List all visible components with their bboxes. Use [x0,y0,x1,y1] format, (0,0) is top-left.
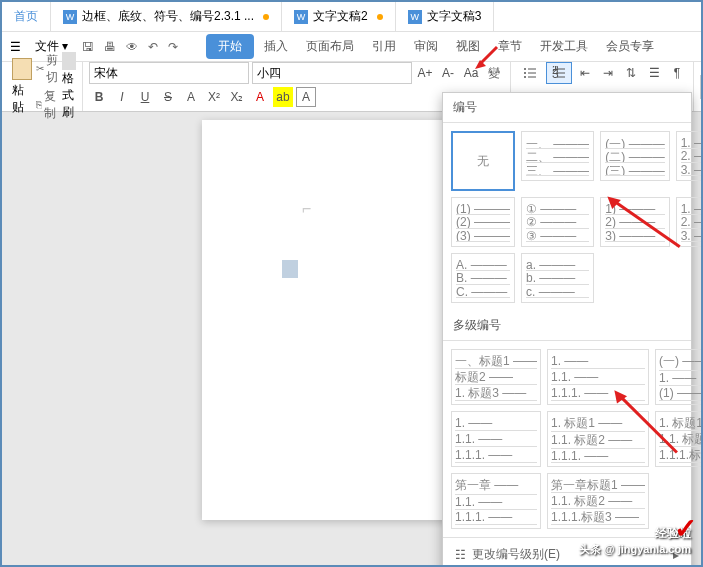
numbering-style-6[interactable]: 1. ———2. ———3. ——— [676,197,703,247]
multilevel-style-1[interactable]: 1. ——1.1. ——1.1.1. —— [547,349,649,405]
text-effect-icon[interactable]: A [181,87,201,107]
numbering-style-1[interactable]: (一) ———(二) ———(三) ——— [600,131,669,181]
dropdown-header: 编号 [443,93,691,123]
paste-button[interactable]: 粘贴 [12,58,32,116]
menu-view[interactable]: 视图 [448,34,488,59]
doc-icon: W [294,10,308,24]
menu-insert[interactable]: 插入 [256,34,296,59]
numbering-style-0[interactable]: 一、 ———二、 ———三、 ——— [521,131,594,181]
modified-dot [377,14,383,20]
menu-ref[interactable]: 引用 [364,34,404,59]
italic-button[interactable]: I [112,87,132,107]
page-corner-mark: ⌐ [302,200,311,218]
menu-vip[interactable]: 会员专享 [598,34,662,59]
redo-icon[interactable]: ↷ [164,36,182,58]
multilevel-style-9[interactable]: 第一章标题1 ——1.1. 标题2 ——1.1.1.标题3 —— [547,473,649,529]
multilevel-header: 多级编号 [443,311,691,341]
numbering-none[interactable]: 无 [451,131,515,191]
copy-button[interactable]: ⎘ 复制 [36,88,58,122]
doc-icon: W [63,10,77,24]
checkmark-icon: ✓ [674,512,697,545]
svg-text:3: 3 [552,67,559,80]
brush-icon [62,52,76,70]
multilevel-style-8[interactable]: 第一章 ——1.1. ——1.1.1. —— [451,473,541,529]
modified-dot [263,14,269,20]
line-spacing-icon[interactable]: ⇅ [621,63,641,83]
multilevel-style-2[interactable]: (一) ——1. ——(1) —— [655,349,703,405]
menu-dev[interactable]: 开发工具 [532,34,596,59]
highlight-icon[interactable]: ab [273,87,293,107]
tab-home[interactable]: 首页 [2,2,51,31]
numbered-list-button[interactable]: 123 [546,62,572,84]
increase-font-icon[interactable]: A+ [415,63,435,83]
menu-review[interactable]: 审阅 [406,34,446,59]
document-page[interactable]: ⌐ [202,120,462,520]
numbering-dropdown: 编号 无一、 ———二、 ———三、 ———(一) ———(二) ———(三) … [442,92,692,567]
tab-doc1[interactable]: W边框、底纹、符号、编号2.3.1 ... [51,2,282,31]
char-border-icon[interactable]: A [296,87,316,107]
page-doc-icon [282,260,298,278]
numbering-style-7[interactable]: A. ———B. ———C. ——— [451,253,515,303]
superscript-button[interactable]: X² [204,87,224,107]
format-painter-button[interactable]: 格式刷 [62,52,76,121]
multilevel-style-0[interactable]: 一、标题1 —— 标题2 —— 1. 标题3 —— [451,349,541,405]
undo-icon[interactable]: ↶ [144,36,162,58]
preview-icon[interactable]: 👁 [122,36,142,58]
numbering-style-8[interactable]: a. ———b. ———c. ——— [521,253,594,303]
font-select[interactable] [89,62,249,84]
multilevel-style-6[interactable]: 1. 标题1 ——1.1. 标题2 ——1.1.1.标题3 —— [655,411,703,467]
subscript-button[interactable]: X₂ [227,87,247,107]
menu-icon[interactable]: ☰ [6,36,25,58]
phonetic-icon[interactable]: 變 [484,63,504,83]
numbering-style-5[interactable]: 1) ———2) ———3) ——— [600,197,669,247]
svg-point-4 [524,76,526,78]
clear-format-icon[interactable]: Aa [461,63,481,83]
show-marks-icon[interactable]: ¶ [667,63,687,83]
indent-increase-icon[interactable]: ⇥ [598,63,618,83]
multilevel-style-5[interactable]: 1. 标题1 ——1.1. 标题2 ——1.1.1. —— [547,411,649,467]
numbering-style-4[interactable]: ① ———② ———③ ——— [521,197,594,247]
bullet-list-button[interactable] [517,62,543,84]
size-select[interactable] [252,62,412,84]
multilevel-style-4[interactable]: 1. ——1.1. ——1.1.1. —— [451,411,541,467]
tab-doc2[interactable]: W文字文稿2 [282,2,396,31]
bold-button[interactable]: B [89,87,109,107]
sort-icon[interactable]: ☰ [644,63,664,83]
underline-button[interactable]: U [135,87,155,107]
menu-start[interactable]: 开始 [206,34,254,59]
save-icon[interactable]: 🖫 [78,36,98,58]
doc-icon: W [408,10,422,24]
menu-layout[interactable]: 页面布局 [298,34,362,59]
svg-point-0 [524,68,526,70]
decrease-font-icon[interactable]: A- [438,63,458,83]
tab-doc3[interactable]: W文字文稿3 [396,2,495,31]
print-icon[interactable]: 🖶 [100,36,120,58]
strike-button[interactable]: S [158,87,178,107]
indent-decrease-icon[interactable]: ⇤ [575,63,595,83]
numbering-style-3[interactable]: (1) ———(2) ———(3) ——— [451,197,515,247]
clipboard-icon [12,58,32,80]
svg-point-2 [524,72,526,74]
font-color-icon[interactable]: A [250,87,270,107]
numbering-style-2[interactable]: 1. ———2. ———3. ——— [676,131,703,181]
menu-chapter[interactable]: 章节 [490,34,530,59]
cut-button[interactable]: ✂ 剪切 [36,52,58,86]
